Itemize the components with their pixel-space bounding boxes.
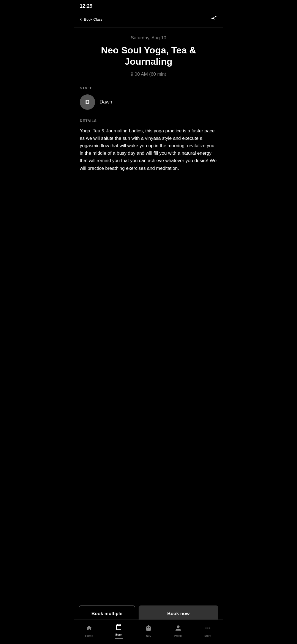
nav-item-more[interactable]: More [193, 624, 223, 638]
more-icon [205, 625, 211, 633]
class-time: 9:00 AM (60 min) [80, 72, 217, 77]
nav-label-book: Book [115, 633, 122, 636]
svg-point-2 [209, 627, 210, 629]
nav-label-more: More [204, 634, 211, 637]
header: ‹ Book Class [74, 11, 223, 28]
back-button[interactable]: ‹ Book Class [79, 15, 104, 24]
back-arrow-icon: ‹ [80, 16, 82, 23]
staff-name: Dawn [100, 99, 112, 105]
staff-section-label: STAFF [80, 86, 217, 90]
book-icon [116, 624, 122, 632]
staff-avatar: D [80, 94, 95, 110]
nav-item-book[interactable]: Book [104, 623, 134, 640]
profile-icon [175, 625, 182, 633]
share-button[interactable] [210, 14, 218, 24]
class-title: Neo Soul Yoga, Tea & Journaling [80, 45, 217, 67]
nav-item-profile[interactable]: Profile [163, 624, 193, 638]
svg-point-0 [205, 627, 207, 629]
home-icon [86, 625, 92, 633]
nav-item-home[interactable]: Home [74, 624, 104, 638]
nav-item-buy[interactable]: Buy [134, 624, 163, 638]
buy-icon [145, 625, 152, 633]
class-date: Saturday, Aug 10 [80, 35, 217, 41]
nav-label-buy: Buy [146, 634, 151, 637]
svg-point-1 [207, 627, 208, 629]
nav-label-home: Home [85, 634, 93, 637]
bottom-nav: Home Book Buy Profile [74, 620, 223, 644]
staff-avatar-initial: D [85, 99, 90, 106]
staff-row: D Dawn [80, 94, 217, 110]
status-bar: 12:29 [74, 0, 223, 11]
details-text: Yoga, Tea & Journaling Ladies, this yoga… [80, 127, 217, 172]
header-title: Book Class [84, 17, 102, 21]
nav-label-profile: Profile [174, 634, 182, 637]
details-section-label: DETAILS [80, 119, 217, 123]
status-time: 12:29 [80, 3, 92, 9]
share-icon [211, 15, 217, 22]
main-content: Saturday, Aug 10 Neo Soul Yoga, Tea & Jo… [74, 28, 223, 205]
